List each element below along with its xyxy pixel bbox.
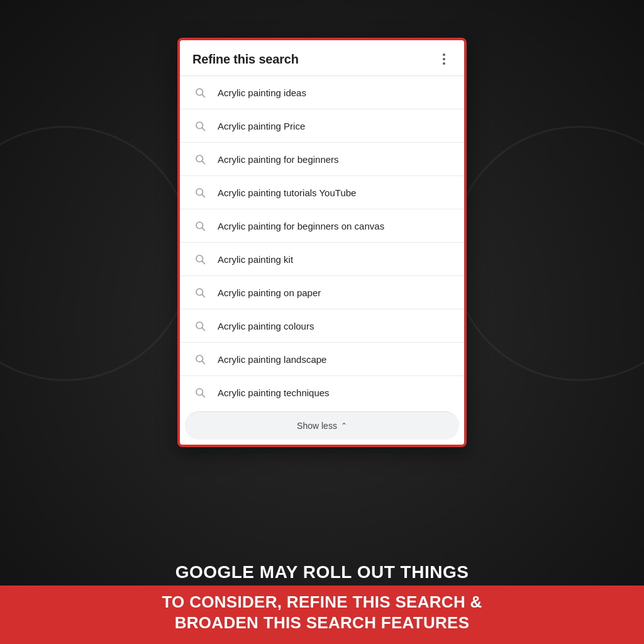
search-icon xyxy=(192,352,208,367)
svg-line-19 xyxy=(202,394,204,397)
svg-line-13 xyxy=(202,294,204,297)
bottom-banner: GOOGLE MAY ROLL OUT THINGS TO CONSIDER, … xyxy=(0,554,644,644)
search-item[interactable]: Acrylic painting for beginners on canvas xyxy=(180,209,464,243)
search-item-text: Acrylic painting for beginners on canvas xyxy=(218,221,384,231)
search-icon xyxy=(192,185,208,200)
search-item[interactable]: Acrylic painting ideas xyxy=(180,76,464,109)
search-item-text: Acrylic painting ideas xyxy=(218,87,306,98)
search-items-list: Acrylic painting ideasAcrylic painting P… xyxy=(180,76,464,409)
show-less-label: Show less xyxy=(297,421,337,431)
svg-line-11 xyxy=(202,261,204,264)
main-container: Refine this search Acrylic painting idea… xyxy=(0,0,644,644)
search-icon xyxy=(192,152,208,167)
search-icon xyxy=(192,118,208,133)
search-icon xyxy=(192,218,208,233)
card-title: Refine this search xyxy=(192,52,299,67)
search-item[interactable]: Acrylic painting tutorials YouTube xyxy=(180,176,464,209)
search-item[interactable]: Acrylic painting techniques xyxy=(180,376,464,409)
banner-text-line3: BROADEN THIS SEARCH FEATURES xyxy=(25,613,619,633)
show-less-button[interactable]: Show less ⌃ xyxy=(185,411,459,440)
svg-line-7 xyxy=(202,194,204,197)
search-card: Refine this search Acrylic painting idea… xyxy=(177,38,467,447)
banner-text-line2: TO CONSIDER, REFINE THIS SEARCH & xyxy=(25,592,619,613)
search-icon xyxy=(192,285,208,300)
search-icon xyxy=(192,85,208,100)
banner-text-line1: GOOGLE MAY ROLL OUT THINGS xyxy=(25,562,619,583)
search-item-text: Acrylic painting for beginners xyxy=(218,154,339,165)
card-header: Refine this search xyxy=(180,40,464,76)
search-item[interactable]: Acrylic painting landscape xyxy=(180,343,464,376)
search-item[interactable]: Acrylic painting for beginners xyxy=(180,143,464,176)
search-item-text: Acrylic painting on paper xyxy=(218,287,321,298)
search-item[interactable]: Acrylic painting colours xyxy=(180,309,464,343)
search-item-text: Acrylic painting kit xyxy=(218,254,293,265)
search-item-text: Acrylic painting tutorials YouTube xyxy=(218,187,356,198)
search-item[interactable]: Acrylic painting on paper xyxy=(180,276,464,309)
svg-line-5 xyxy=(202,161,204,164)
search-item-text: Acrylic painting colours xyxy=(218,321,314,331)
search-item-text: Acrylic painting Price xyxy=(218,121,305,131)
svg-line-9 xyxy=(202,228,204,230)
search-icon xyxy=(192,252,208,267)
search-item[interactable]: Acrylic painting kit xyxy=(180,243,464,276)
search-icon xyxy=(192,385,208,400)
chevron-up-icon: ⌃ xyxy=(341,421,347,430)
svg-line-1 xyxy=(202,94,204,97)
search-item-text: Acrylic painting techniques xyxy=(218,387,330,398)
search-icon xyxy=(192,318,208,333)
banner-red-container: TO CONSIDER, REFINE THIS SEARCH & BROADE… xyxy=(0,586,644,644)
more-options-icon[interactable] xyxy=(436,52,452,67)
search-item-text: Acrylic painting landscape xyxy=(218,354,326,365)
svg-line-3 xyxy=(202,128,204,130)
svg-line-17 xyxy=(202,361,204,364)
search-item[interactable]: Acrylic painting Price xyxy=(180,109,464,143)
banner-line1-container: GOOGLE MAY ROLL OUT THINGS xyxy=(0,554,644,586)
svg-line-15 xyxy=(202,328,204,330)
